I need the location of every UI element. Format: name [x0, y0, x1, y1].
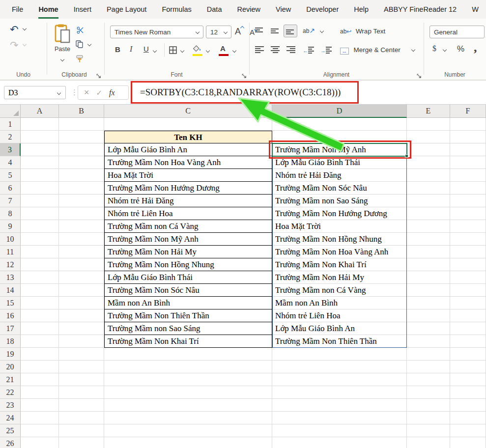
cell-A4[interactable] [21, 156, 59, 169]
cell-A7[interactable] [21, 195, 59, 207]
cell-E19[interactable] [407, 348, 450, 361]
cell-C2[interactable]: Ten KH [104, 131, 272, 143]
cell-A1[interactable] [21, 118, 59, 131]
row-header-15[interactable]: 15 [0, 297, 21, 309]
cell-E1[interactable] [407, 118, 450, 131]
cell-E7[interactable] [407, 195, 450, 207]
font-dialog-launcher-icon[interactable] [242, 72, 247, 80]
row-header-16[interactable]: 16 [0, 309, 21, 322]
cell-C7[interactable]: Nhóm trẻ Hải Đăng [104, 195, 272, 207]
row-header-23[interactable]: 23 [0, 399, 21, 412]
cell-B7[interactable] [59, 195, 104, 207]
comma-style-button[interactable]: , [474, 40, 477, 55]
cell-A20[interactable] [21, 361, 59, 373]
italic-button[interactable]: I [130, 45, 132, 54]
row-header-8[interactable]: 8 [0, 207, 21, 220]
cell-B10[interactable] [59, 233, 104, 246]
cell-F23[interactable] [450, 399, 486, 412]
paste-button[interactable]: Paste [51, 24, 74, 63]
cell-A25[interactable] [21, 424, 59, 437]
insert-function-fx-button[interactable]: fx [109, 88, 115, 97]
cell-F13[interactable] [450, 271, 486, 284]
cell-F11[interactable] [450, 246, 486, 258]
cell-B14[interactable] [59, 284, 104, 297]
cell-B18[interactable] [59, 335, 104, 348]
merge-center-menu-chevron-icon[interactable] [411, 48, 415, 52]
cell-B4[interactable] [59, 156, 104, 169]
cell-C9[interactable]: Trường Mầm non Cá Vàng [104, 220, 272, 233]
cell-F9[interactable] [450, 220, 486, 233]
increase-font-button[interactable]: A [235, 27, 244, 37]
tab-insert[interactable]: Insert [74, 0, 91, 19]
cell-F20[interactable] [450, 361, 486, 373]
cell-B16[interactable] [59, 309, 104, 322]
decrease-indent-button[interactable]: ← [303, 46, 314, 55]
cell-D15[interactable]: Mầm non An Bình [272, 297, 407, 309]
cell-C11[interactable]: Trường Mầm Non Hải My [104, 246, 272, 258]
cell-D20[interactable] [272, 361, 407, 373]
cell-B13[interactable] [59, 271, 104, 284]
align-left-icon[interactable] [255, 46, 264, 54]
cell-E9[interactable] [407, 220, 450, 233]
column-header-D[interactable]: D [272, 105, 407, 118]
cell-C16[interactable]: Trường Mầm Non Thiên Thần [104, 309, 272, 322]
cell-F10[interactable] [450, 233, 486, 246]
alignment-dialog-launcher-icon[interactable] [417, 72, 422, 80]
cell-A23[interactable] [21, 399, 59, 412]
cell-A12[interactable] [21, 258, 59, 271]
tab-file[interactable]: File [12, 0, 23, 19]
column-header-F[interactable]: F [450, 105, 486, 118]
cell-D9[interactable]: Hoa Mặt Trời [272, 220, 407, 233]
cell-E6[interactable] [407, 182, 450, 195]
cell-E8[interactable] [407, 207, 450, 220]
cell-F4[interactable] [450, 156, 486, 169]
underline-menu-chevron-icon[interactable] [153, 49, 157, 53]
cell-F2[interactable] [450, 131, 486, 143]
cell-A19[interactable] [21, 348, 59, 361]
cell-D17[interactable]: Lớp Mẫu Giáo Bình An [272, 322, 407, 335]
row-header-22[interactable]: 22 [0, 386, 21, 399]
cell-F18[interactable] [450, 335, 486, 348]
cell-B19[interactable] [59, 348, 104, 361]
cell-A18[interactable] [21, 335, 59, 348]
top-align-icon[interactable] [255, 27, 264, 35]
column-header-A[interactable]: A [21, 105, 59, 118]
row-header-11[interactable]: 11 [0, 246, 21, 258]
cell-B17[interactable] [59, 322, 104, 335]
format-painter-button[interactable] [76, 55, 84, 65]
align-center-icon[interactable] [271, 46, 280, 54]
cell-B6[interactable] [59, 182, 104, 195]
cell-D11[interactable]: Trường Mầm Non Hoa Vàng Anh [272, 246, 407, 258]
cell-C25[interactable] [104, 424, 272, 437]
row-header-24[interactable]: 24 [0, 412, 21, 424]
cell-F16[interactable] [450, 309, 486, 322]
row-header-6[interactable]: 6 [0, 182, 21, 195]
cell-A17[interactable] [21, 322, 59, 335]
cell-A15[interactable] [21, 297, 59, 309]
cell-E18[interactable] [407, 335, 450, 348]
cell-D7[interactable]: Trường Mầm non Sao Sáng [272, 195, 407, 207]
tab-page-layout[interactable]: Page Layout [107, 0, 146, 19]
orientation-menu-chevron-icon[interactable] [320, 29, 324, 33]
cell-E17[interactable] [407, 322, 450, 335]
cell-C10[interactable]: Trường Mầm Non Mỹ Anh [104, 233, 272, 246]
cell-F17[interactable] [450, 322, 486, 335]
cell-A9[interactable] [21, 220, 59, 233]
row-header-13[interactable]: 13 [0, 271, 21, 284]
cell-E24[interactable] [407, 412, 450, 424]
cell-F3[interactable] [450, 143, 486, 156]
cell-A13[interactable] [21, 271, 59, 284]
cell-C13[interactable]: Lớp Mẫu Giáo Bình Thái [104, 271, 272, 284]
cell-F12[interactable] [450, 258, 486, 271]
cell-F6[interactable] [450, 182, 486, 195]
font-color-button[interactable]: A [220, 44, 226, 53]
borders-button[interactable] [169, 46, 177, 56]
cell-C23[interactable] [104, 399, 272, 412]
cell-C17[interactable]: Trường Mầm non Sao Sáng [104, 322, 272, 335]
cell-A21[interactable] [21, 373, 59, 386]
cell-F15[interactable] [450, 297, 486, 309]
tab-help[interactable]: Help [354, 0, 369, 19]
cell-F24[interactable] [450, 412, 486, 424]
cell-C5[interactable]: Hoa Mặt Trời [104, 169, 272, 182]
row-header-7[interactable]: 7 [0, 195, 21, 207]
